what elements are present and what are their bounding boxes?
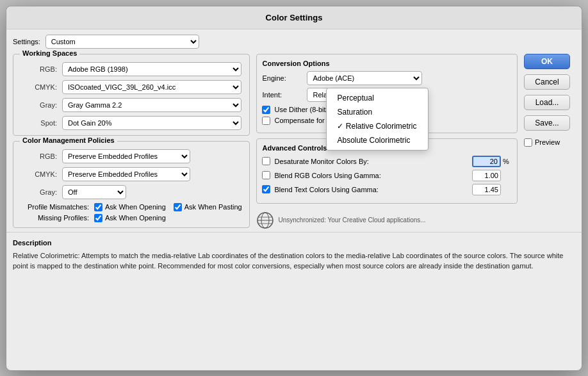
blend-rgb-input[interactable]: [472, 170, 501, 181]
description-title: Description: [13, 239, 575, 247]
blend-rgb-check[interactable]: [262, 171, 270, 179]
cancel-button[interactable]: Cancel: [524, 74, 570, 90]
cmyk-ws-label: CMYK:: [19, 83, 57, 91]
blend-text-check[interactable]: [262, 185, 270, 193]
gray-ws-select[interactable]: Gray Gamma 2.2: [62, 98, 241, 112]
ask-when-pasting-check[interactable]: Ask When Pasting: [174, 203, 242, 211]
cmyk-cm-label: CMYK:: [19, 170, 57, 178]
blend-text-input[interactable]: [472, 184, 501, 195]
missing-profiles-label: Missing Profiles:: [19, 214, 89, 222]
status-row: Unsynchronized: Your Creative Cloud appl…: [256, 211, 518, 229]
gray-cm-label: Gray:: [19, 188, 57, 196]
working-spaces-label: Working Spaces: [20, 49, 79, 57]
gray-ws-label: Gray:: [19, 101, 57, 109]
buttons-panel: OK Cancel Load... Save... Preview: [524, 54, 575, 229]
color-management-label: Color Management Policies: [20, 136, 117, 144]
intent-label: Intent:: [262, 91, 307, 99]
desaturate-check[interactable]: [262, 157, 270, 165]
globe-icon: [256, 211, 274, 229]
engine-label: Engine:: [262, 74, 307, 82]
desaturate-unit: %: [503, 158, 512, 165]
color-settings-dialog: Color Settings Settings: Custom North Am…: [6, 6, 582, 371]
ask-when-opening-check[interactable]: Ask When Opening: [94, 203, 166, 211]
engine-select[interactable]: Adobe (ACE): [307, 71, 422, 85]
settings-label: Settings:: [13, 38, 40, 45]
rgb-ws-select[interactable]: Adobe RGB (1998): [62, 62, 241, 76]
missing-profiles-check[interactable]: Ask When Opening: [94, 214, 166, 222]
cmyk-ws-select[interactable]: ISOcoated_VIGC_39L_260_v4.icc: [62, 80, 241, 94]
gray-cm-select[interactable]: Off: [62, 185, 126, 199]
desaturate-label: Desaturate Monitor Colors By:: [274, 158, 472, 165]
profile-mismatches-label: Profile Mismatches:: [19, 203, 89, 211]
cmyk-cm-select[interactable]: Preserve Embedded Profiles: [62, 167, 190, 181]
color-management-section: Color Management Policies RGB: Preserve …: [13, 141, 250, 228]
rgb-cm-label: RGB:: [19, 152, 57, 160]
status-text: Unsynchronized: Your Creative Cloud appl…: [278, 217, 425, 224]
save-button[interactable]: Save...: [524, 115, 570, 131]
blend-text-label: Blend Text Colors Using Gamma:: [274, 186, 472, 193]
dropdown-item-saturation[interactable]: Saturation: [327, 105, 428, 119]
description-text: Relative Colorimetric: Attempts to match…: [13, 250, 575, 272]
dropdown-item-absolute-colorimetric[interactable]: Absolute Colorimetric: [327, 133, 428, 147]
load-button[interactable]: Load...: [524, 95, 570, 110]
rgb-cm-select[interactable]: Preserve Embedded Profiles: [62, 149, 190, 163]
dropdown-item-perceptual[interactable]: Perceptual: [327, 91, 428, 105]
blend-rgb-label: Blend RGB Colors Using Gamma:: [274, 172, 472, 179]
preview-label: Preview: [535, 138, 560, 146]
spot-ws-select[interactable]: Dot Gain 20%: [62, 116, 241, 130]
conversion-title: Conversion Options: [262, 60, 512, 67]
spot-ws-label: Spot:: [19, 119, 57, 127]
preview-checkbox[interactable]: [524, 138, 532, 147]
dialog-title: Color Settings: [6, 6, 582, 29]
intent-dropdown-menu[interactable]: Perceptual Saturation Relative Colorimet…: [326, 88, 429, 151]
rgb-ws-label: RGB:: [19, 65, 57, 73]
dropdown-item-relative-colorimetric[interactable]: Relative Colorimetric: [327, 119, 428, 133]
working-spaces-section: Working Spaces RGB: Adobe RGB (1998) CMY…: [13, 54, 250, 136]
settings-select[interactable]: Custom North America General Purpose 2 N…: [45, 35, 199, 49]
desaturate-input[interactable]: [472, 156, 501, 167]
description-section: Description Relative Colorimetric: Attem…: [6, 232, 582, 283]
conversion-section: Conversion Options Engine: Adobe (ACE) I…: [256, 54, 518, 133]
ok-button[interactable]: OK: [524, 54, 570, 69]
